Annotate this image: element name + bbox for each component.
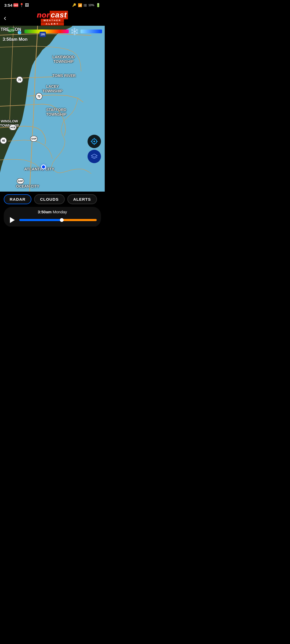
battery-icon: 🔋 — [96, 3, 100, 7]
route-njtp-shield: NJTP — [8, 28, 15, 33]
timestamp-day: Mon — [19, 37, 28, 42]
lacey-label: LACEYTOWNSHIP — [42, 84, 63, 93]
timeline-scrubber[interactable] — [60, 218, 64, 222]
timeline-progress-remaining — [62, 219, 97, 221]
signal-icon: |||| — [84, 3, 87, 7]
route-ace-shield: ACE — [9, 125, 17, 130]
location-status-icon: 📍 — [19, 3, 24, 7]
back-button[interactable]: ‹ — [4, 14, 6, 22]
battery-text: 10% — [88, 3, 94, 7]
alerts-button[interactable]: ALERTS — [67, 194, 97, 204]
app-header: ‹ norcast WEATHER ALERT — [0, 10, 105, 26]
lakewood-label: LAKEWOODTOWNSHIP — [52, 55, 75, 64]
radar-button[interactable]: RADAR — [4, 194, 31, 204]
svg-marker-11 — [91, 154, 97, 157]
route-40-shield: 40 — [0, 137, 7, 144]
stafford-label: STAFFORDTOWNSHIP — [46, 108, 66, 117]
logo-alert: ALERT — [41, 22, 64, 25]
logo-cast: cast — [50, 11, 68, 19]
play-button[interactable] — [8, 216, 17, 224]
route-gsp2-shield: GSP — [17, 178, 24, 184]
route-72-shield: 72 — [35, 93, 42, 100]
snow-icon: ❄️ — [70, 27, 79, 36]
map-timestamp: 3:50am Mon — [3, 37, 27, 42]
oceancity-label: OCEAN CITY — [16, 184, 39, 189]
status-time: 3:54 — [4, 3, 12, 8]
timeline-timestamp: 3:50am Monday — [8, 210, 97, 214]
layers-button[interactable] — [88, 150, 101, 163]
gallery-status-icon: 🖼 — [25, 3, 29, 7]
timestamp-time: 3:50am — [3, 37, 17, 42]
logo-weather: WEATHER — [41, 19, 64, 22]
notification-icon: FAVE — [13, 3, 18, 7]
route-gsp-shield: GSP — [30, 136, 38, 142]
user-location-dot — [41, 164, 46, 169]
key-icon: 🔑 — [72, 3, 76, 7]
wifi-icon: 📶 — [78, 3, 82, 7]
mode-button-group: RADAR CLOUDS ALERTS — [4, 194, 101, 204]
route-195-shield: 195 — [39, 32, 46, 37]
status-left: 3:54 FAVE 📍 🖼 — [4, 3, 29, 8]
radar-legend: 💧 ❄️ — [16, 28, 102, 34]
timeline-controls — [8, 216, 97, 224]
app-logo: norcast WEATHER ALERT — [37, 11, 68, 25]
logo-subtitle: WEATHER ALERT — [41, 19, 64, 25]
layers-icon — [91, 153, 98, 159]
bottom-controls: RADAR CLOUDS ALERTS 3:50am Monday — [0, 192, 105, 226]
atlantic-label: ATLANTIC CITY — [24, 167, 54, 171]
status-bar: 3:54 FAVE 📍 🖼 🔑 📶 |||| 10% 🔋 — [0, 0, 105, 10]
logo-norcast: nor — [37, 11, 50, 19]
tomsriver-label: TOMS RIVER — [52, 74, 76, 78]
snow-color-scale — [81, 30, 102, 33]
route-70-shield: 70 — [16, 76, 23, 83]
status-icons: 🔑 📶 |||| 10% 🔋 — [72, 3, 100, 7]
timeline-day-value: Monday — [53, 210, 67, 214]
timeline-bar: 3:50am Monday — [4, 207, 101, 226]
map-container[interactable]: 💧 ❄️ 3:50am Mon 195 NJTP 70 72 ACE 40 GS… — [0, 26, 105, 192]
timeline-progress-track[interactable] — [19, 219, 97, 221]
locate-me-button[interactable] — [88, 135, 101, 148]
play-icon — [10, 217, 15, 223]
clouds-button[interactable]: CLOUDS — [34, 194, 64, 204]
timeline-time-value: 3:50am — [38, 210, 52, 214]
timeline-progress-fill — [19, 219, 62, 221]
radar-color-scale — [24, 30, 69, 33]
svg-point-6 — [93, 141, 95, 142]
target-icon — [91, 138, 98, 145]
